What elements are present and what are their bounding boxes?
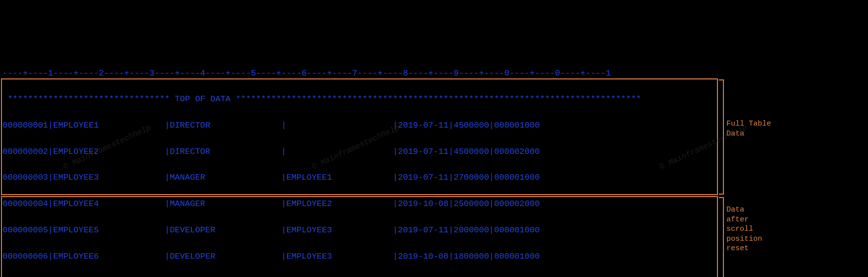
- bracket-after-scroll: [719, 197, 724, 277]
- annotation-after-scroll: Data after scroll position reset: [726, 205, 762, 254]
- terminal-screen: ----+----1----+----2----+----3----+----4…: [0, 52, 868, 277]
- column-ruler: ----+----1----+----2----+----3----+----4…: [2, 67, 866, 80]
- top-of-data-marker: ******************************** TOP OF …: [2, 93, 866, 106]
- data-row: 000000002|EMPLOYEE2 |DIRECTOR | |2019-07…: [2, 145, 866, 158]
- bracket-full-table: [719, 79, 724, 195]
- data-row: 000000003|EMPLOYEE3 |MANAGER |EMPLOYEE1 …: [2, 171, 866, 184]
- annotation-full-table: Full Table Data: [726, 119, 771, 138]
